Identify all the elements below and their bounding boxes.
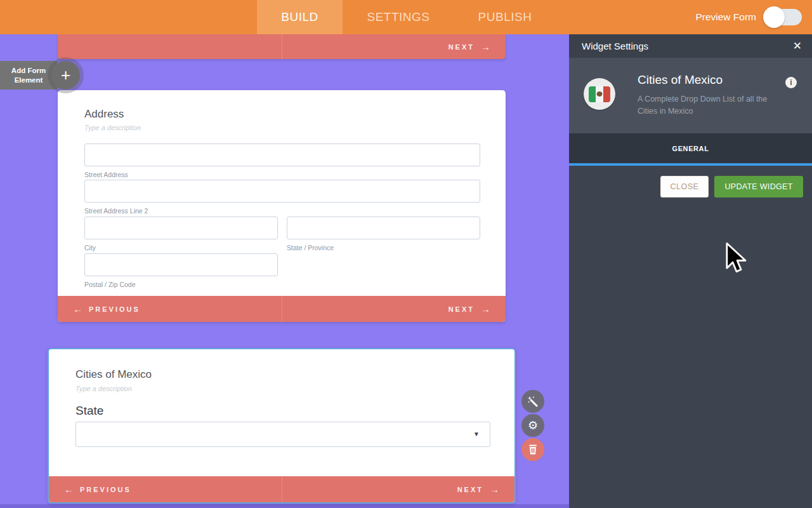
- address-card-title: Address: [84, 108, 124, 121]
- update-widget-button[interactable]: UPDATE WIDGET: [714, 176, 803, 197]
- panel-title: Widget Settings: [582, 41, 648, 51]
- postal-zip-label: Postal / Zip Code: [84, 281, 136, 288]
- next-button[interactable]: NEXT →: [449, 41, 490, 52]
- close-icon[interactable]: ✕: [793, 39, 802, 53]
- tab-settings[interactable]: SETTINGS: [343, 0, 454, 34]
- previous-button[interactable]: ← PREVIOUS: [73, 304, 140, 314]
- street-address-2-input[interactable]: [84, 180, 480, 203]
- state-dropdown[interactable]: ▼: [75, 422, 490, 447]
- add-form-element-button[interactable]: +: [51, 61, 80, 90]
- widget-avatar: [584, 78, 615, 110]
- state-province-label: State / Province: [287, 244, 334, 251]
- app-header: BUILD SETTINGS PUBLISH Preview Form: [0, 0, 812, 34]
- widget-card-pager: ← PREVIOUS NEXT →: [49, 476, 514, 502]
- tab-settings-label: SETTINGS: [367, 10, 429, 24]
- tab-publish-label: PUBLISH: [478, 10, 532, 24]
- arrow-left-icon: ←: [64, 484, 74, 495]
- form-builder-app: NEXT → Add Form Element + Address Type a…: [0, 0, 812, 508]
- address-card-description[interactable]: Type a description: [84, 124, 141, 131]
- city-label: City: [84, 244, 96, 251]
- top-card-pager: NEXT →: [58, 34, 506, 59]
- add-form-element-line1: Add Form: [11, 66, 46, 76]
- add-form-element-label[interactable]: Add Form Element: [0, 61, 57, 90]
- canvas-bottom-strip: [0, 504, 569, 508]
- close-button[interactable]: CLOSE: [660, 176, 709, 197]
- next-label: NEXT: [457, 486, 483, 493]
- state-province-input[interactable]: [287, 217, 480, 239]
- tab-general-label: GENERAL: [672, 145, 709, 152]
- widget-name: Cities of Mexico: [638, 73, 723, 87]
- street-address-2-label: Street Address Line 2: [84, 207, 148, 215]
- street-address-label: Street Address: [84, 171, 128, 178]
- arrow-right-icon: →: [481, 304, 490, 314]
- preview-form-group: Preview Form: [695, 0, 802, 34]
- info-icon[interactable]: i: [785, 77, 797, 88]
- preview-form-toggle[interactable]: [765, 9, 802, 25]
- arrow-right-icon: →: [490, 484, 499, 495]
- delete-button[interactable]: [521, 438, 544, 461]
- tab-build[interactable]: BUILD: [257, 0, 343, 34]
- active-tab-underline: [569, 163, 812, 166]
- next-label: NEXT: [449, 305, 475, 313]
- gear-icon: ⚙: [528, 418, 538, 432]
- widget-info-section: Cities of Mexico i A Complete Drop Down …: [569, 58, 812, 133]
- street-address-input[interactable]: [84, 144, 480, 166]
- trash-icon: [528, 444, 537, 455]
- plus-icon: +: [61, 65, 70, 85]
- cities-of-mexico-card[interactable]: Cities of Mexico Type a description Stat…: [48, 348, 516, 504]
- previous-button[interactable]: ← PREVIOUS: [64, 484, 131, 495]
- state-field-label: State: [75, 404, 103, 418]
- next-label: NEXT: [449, 43, 475, 51]
- widget-card-description[interactable]: Type a description: [75, 385, 132, 392]
- dropdown-caret-icon: ▼: [473, 431, 480, 438]
- widget-description: A Complete Drop Down List of all the Cit…: [638, 93, 787, 117]
- arrow-right-icon: →: [481, 41, 490, 52]
- magic-wand-icon: [527, 396, 539, 407]
- tab-general[interactable]: GENERAL: [569, 133, 812, 163]
- previous-label: PREVIOUS: [89, 305, 140, 313]
- toggle-knob: [763, 6, 785, 28]
- add-form-element-line2: Element: [15, 76, 43, 85]
- main-nav-tabs: BUILD SETTINGS PUBLISH: [257, 0, 556, 34]
- mexico-flag-icon: [589, 86, 610, 102]
- previous-label: PREVIOUS: [80, 486, 131, 493]
- address-card-pager: ← PREVIOUS NEXT →: [58, 296, 506, 322]
- next-button[interactable]: NEXT →: [449, 304, 490, 314]
- city-input[interactable]: [84, 217, 278, 239]
- settings-button[interactable]: ⚙: [521, 414, 544, 437]
- tab-build-label: BUILD: [281, 10, 318, 24]
- arrow-left-icon: ←: [73, 304, 82, 314]
- tab-publish[interactable]: PUBLISH: [454, 0, 556, 34]
- postal-zip-input[interactable]: [84, 253, 278, 276]
- address-form-card[interactable]: Address Type a description Street Addres…: [58, 90, 506, 322]
- preview-form-label: Preview Form: [695, 11, 756, 23]
- wizard-button[interactable]: [521, 390, 544, 413]
- next-button[interactable]: NEXT →: [457, 484, 499, 495]
- widget-settings-panel: Widget Settings ✕ Cities of Mexico i A C…: [569, 34, 812, 508]
- panel-header: Widget Settings ✕: [569, 34, 812, 58]
- widget-card-title: Cities of Mexico: [75, 368, 152, 381]
